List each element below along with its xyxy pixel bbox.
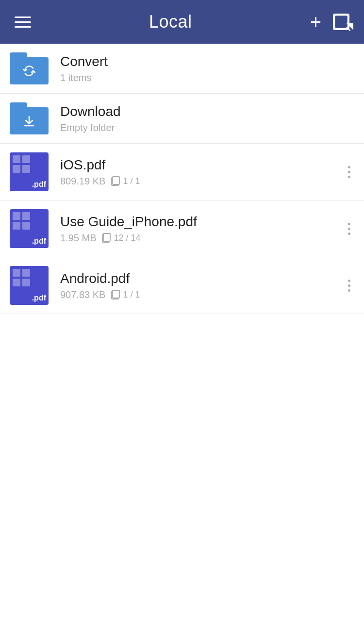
svg-rect-5 xyxy=(113,177,119,184)
list-item[interactable]: .pdf Use Guide_iPhone.pdf 1.95 MB 12 / 1… xyxy=(0,200,364,257)
svg-rect-7 xyxy=(103,233,110,241)
list-item[interactable]: .pdf iOS.pdf 809.19 KB 1 / 1 xyxy=(0,144,364,200)
item-name: Download xyxy=(60,104,354,119)
svg-rect-0 xyxy=(334,15,348,29)
add-button[interactable]: + xyxy=(310,12,321,32)
list-item[interactable]: .pdf Android.pdf 907.83 KB 1 / 1 xyxy=(0,257,364,314)
list-item[interactable]: Download Empty folder xyxy=(0,94,364,144)
item-meta: Empty folder xyxy=(60,122,354,133)
item-meta: 809.19 KB 1 / 1 xyxy=(60,176,339,187)
item-name: Use Guide_iPhone.pdf xyxy=(60,214,339,230)
item-info: iOS.pdf 809.19 KB 1 / 1 xyxy=(60,157,339,187)
page-count-icon: 1 / 1 xyxy=(110,176,140,186)
pdf-icon: .pdf xyxy=(10,209,49,248)
header-actions: + xyxy=(310,12,349,32)
file-size: 809.19 KB xyxy=(60,176,105,187)
pdf-grid xyxy=(13,155,30,173)
list-item[interactable]: Convert 1 items xyxy=(0,44,364,94)
more-button[interactable] xyxy=(344,161,354,183)
select-button[interactable] xyxy=(333,14,349,30)
menu-button[interactable] xyxy=(15,17,31,28)
folder-download-icon xyxy=(10,102,49,134)
pdf-label: .pdf xyxy=(32,237,46,246)
file-size: 907.83 KB xyxy=(60,289,105,300)
pdf-label: .pdf xyxy=(32,180,46,189)
page-count-icon: 1 / 1 xyxy=(110,289,140,300)
file-list: Convert 1 items Download Empty fold xyxy=(0,44,364,314)
pdf-label: .pdf xyxy=(32,294,46,302)
item-meta: 1 items xyxy=(60,72,354,83)
app-container: Local + xyxy=(0,0,364,314)
more-button[interactable] xyxy=(344,218,354,240)
page-title: Local xyxy=(149,12,192,32)
item-name: Convert xyxy=(60,54,354,69)
file-size: 1.95 MB xyxy=(60,232,96,244)
page-count-icon: 12 / 14 xyxy=(101,232,140,243)
item-name: Android.pdf xyxy=(60,271,339,286)
item-meta: 907.83 KB 1 / 1 xyxy=(60,289,339,300)
pdf-grid xyxy=(13,269,30,286)
svg-rect-9 xyxy=(113,290,119,298)
pdf-icon: .pdf xyxy=(10,152,49,191)
item-info: Use Guide_iPhone.pdf 1.95 MB 12 / 14 xyxy=(60,214,339,244)
more-button[interactable] xyxy=(344,275,354,297)
folder-convert-icon xyxy=(10,52,49,84)
item-info: Android.pdf 907.83 KB 1 / 1 xyxy=(60,271,339,300)
item-info: Convert 1 items xyxy=(60,54,354,83)
pdf-icon: .pdf xyxy=(10,266,49,305)
item-info: Download Empty folder xyxy=(60,104,354,133)
item-name: iOS.pdf xyxy=(60,157,339,173)
header: Local + xyxy=(0,0,364,44)
item-meta: 1.95 MB 12 / 14 xyxy=(60,232,339,244)
pdf-grid xyxy=(13,212,30,230)
